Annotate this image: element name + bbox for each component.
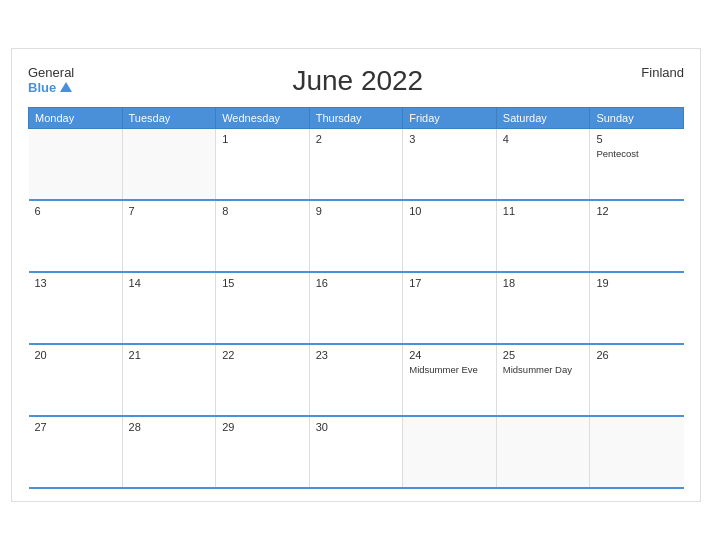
day-cell: 25Midsummer Day xyxy=(496,344,590,416)
weekday-header-row: Monday Tuesday Wednesday Thursday Friday… xyxy=(29,107,684,128)
logo: General Blue xyxy=(28,65,74,95)
day-cell xyxy=(496,416,590,488)
day-number: 19 xyxy=(596,277,677,289)
country-label: Finland xyxy=(641,65,684,80)
day-number: 27 xyxy=(35,421,116,433)
week-row-2: 6789101112 xyxy=(29,200,684,272)
day-cell: 4 xyxy=(496,128,590,200)
day-number: 13 xyxy=(35,277,116,289)
event-label: Midsummer Eve xyxy=(409,364,478,375)
header-tuesday: Tuesday xyxy=(122,107,216,128)
day-number: 11 xyxy=(503,205,584,217)
day-cell xyxy=(122,128,216,200)
day-number: 12 xyxy=(596,205,677,217)
day-cell: 1 xyxy=(216,128,310,200)
day-cell: 12 xyxy=(590,200,684,272)
day-cell: 8 xyxy=(216,200,310,272)
calendar-title: June 2022 xyxy=(74,65,641,97)
header-thursday: Thursday xyxy=(309,107,403,128)
day-number: 23 xyxy=(316,349,397,361)
header-friday: Friday xyxy=(403,107,497,128)
day-number: 4 xyxy=(503,133,584,145)
day-number: 24 xyxy=(409,349,490,361)
calendar-header: General Blue June 2022 Finland xyxy=(28,65,684,97)
day-cell: 22 xyxy=(216,344,310,416)
header-wednesday: Wednesday xyxy=(216,107,310,128)
week-row-4: 2021222324Midsummer Eve25Midsummer Day26 xyxy=(29,344,684,416)
day-cell: 14 xyxy=(122,272,216,344)
day-number: 9 xyxy=(316,205,397,217)
week-row-5: 27282930 xyxy=(29,416,684,488)
header-saturday: Saturday xyxy=(496,107,590,128)
day-cell: 30 xyxy=(309,416,403,488)
day-cell: 3 xyxy=(403,128,497,200)
day-number: 28 xyxy=(129,421,210,433)
day-number: 29 xyxy=(222,421,303,433)
day-cell: 6 xyxy=(29,200,123,272)
day-cell: 10 xyxy=(403,200,497,272)
header-sunday: Sunday xyxy=(590,107,684,128)
day-cell: 23 xyxy=(309,344,403,416)
day-cell: 24Midsummer Eve xyxy=(403,344,497,416)
day-number: 25 xyxy=(503,349,584,361)
day-number: 30 xyxy=(316,421,397,433)
day-cell: 9 xyxy=(309,200,403,272)
day-cell xyxy=(403,416,497,488)
day-number: 21 xyxy=(129,349,210,361)
day-number: 15 xyxy=(222,277,303,289)
header-monday: Monday xyxy=(29,107,123,128)
day-cell: 19 xyxy=(590,272,684,344)
day-number: 5 xyxy=(596,133,677,145)
day-cell: 15 xyxy=(216,272,310,344)
day-number: 2 xyxy=(316,133,397,145)
day-cell: 18 xyxy=(496,272,590,344)
day-number: 20 xyxy=(35,349,116,361)
day-cell: 17 xyxy=(403,272,497,344)
day-cell: 28 xyxy=(122,416,216,488)
logo-blue-text: Blue xyxy=(28,80,72,95)
logo-triangle-icon xyxy=(60,82,72,92)
day-number: 18 xyxy=(503,277,584,289)
day-cell: 16 xyxy=(309,272,403,344)
week-row-3: 13141516171819 xyxy=(29,272,684,344)
day-cell: 21 xyxy=(122,344,216,416)
calendar-table: Monday Tuesday Wednesday Thursday Friday… xyxy=(28,107,684,490)
day-cell: 7 xyxy=(122,200,216,272)
day-number: 14 xyxy=(129,277,210,289)
day-cell: 5Pentecost xyxy=(590,128,684,200)
day-number: 10 xyxy=(409,205,490,217)
day-number: 16 xyxy=(316,277,397,289)
day-number: 1 xyxy=(222,133,303,145)
day-cell: 29 xyxy=(216,416,310,488)
day-cell xyxy=(29,128,123,200)
day-cell: 26 xyxy=(590,344,684,416)
day-cell: 13 xyxy=(29,272,123,344)
day-number: 7 xyxy=(129,205,210,217)
day-cell xyxy=(590,416,684,488)
day-cell: 2 xyxy=(309,128,403,200)
day-cell: 27 xyxy=(29,416,123,488)
event-label: Midsummer Day xyxy=(503,364,572,375)
calendar-container: General Blue June 2022 Finland Monday Tu… xyxy=(11,48,701,503)
day-cell: 20 xyxy=(29,344,123,416)
event-label: Pentecost xyxy=(596,148,638,159)
day-number: 22 xyxy=(222,349,303,361)
day-number: 17 xyxy=(409,277,490,289)
day-cell: 11 xyxy=(496,200,590,272)
day-number: 3 xyxy=(409,133,490,145)
day-number: 8 xyxy=(222,205,303,217)
logo-general-text: General xyxy=(28,65,74,80)
day-number: 26 xyxy=(596,349,677,361)
week-row-1: 12345Pentecost xyxy=(29,128,684,200)
day-number: 6 xyxy=(35,205,116,217)
